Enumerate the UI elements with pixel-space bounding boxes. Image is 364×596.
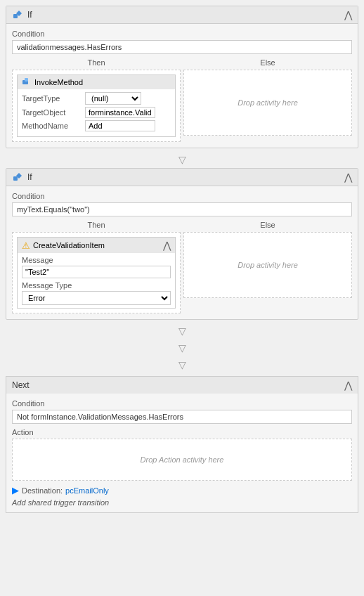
invoke-row-targetobject: TargetObject <box>22 107 171 118</box>
if-body-1: Condition Then InvokeMethod <box>6 24 358 148</box>
if-title-2: If <box>27 172 32 182</box>
action-label: Action <box>12 428 352 436</box>
condition-label-2: Condition <box>12 192 352 200</box>
then-content-2: ⚠ CreateValidationItem ⋀ Message Message… <box>12 232 181 313</box>
connector-1: ▽ <box>6 151 358 168</box>
else-content-2: Drop activity here <box>183 232 352 298</box>
else-col-1: Else Drop activity here <box>183 58 352 142</box>
svg-rect-4 <box>13 176 18 181</box>
connector-3: ▽ <box>6 339 358 356</box>
then-else-row-1: Then InvokeMethod <box>12 58 352 142</box>
collapse-btn-next[interactable]: ⋀ <box>344 380 352 391</box>
then-content-1: InvokeMethod TargetType (null) <box>12 70 181 142</box>
invoke-select-targettype[interactable]: (null) <box>85 92 141 105</box>
next-condition-input[interactable] <box>12 410 352 424</box>
invoke-header: InvokeMethod <box>18 75 175 89</box>
invoke-row-methodname: MethodName <box>22 120 171 131</box>
action-drop-text: Drop Action activity here <box>141 455 224 464</box>
cv-message-label: Message <box>22 256 171 264</box>
then-label-1: Then <box>12 58 181 67</box>
destination-label: Destination: <box>22 486 63 495</box>
invoke-method-block: InvokeMethod TargetType (null) <box>17 74 176 137</box>
if-block-2: If ⋀ Condition Then ⚠ CreateValid <box>6 168 358 320</box>
else-drop-zone-1: Drop activity here <box>188 74 347 131</box>
add-shared-trigger[interactable]: Add shared trigger transition <box>12 498 352 507</box>
invoke-label-targetobject: TargetObject <box>22 108 85 117</box>
create-validation-block: ⚠ CreateValidationItem ⋀ Message Message… <box>17 237 176 309</box>
invoke-input-methodname[interactable] <box>85 120 155 131</box>
cv-messagetype-select[interactable]: Error Warning Info <box>22 291 171 305</box>
if-icon-2 <box>12 171 23 183</box>
invoke-label-methodname: MethodName <box>22 122 85 130</box>
main-container: If ⋀ Condition Then <box>0 0 364 519</box>
condition-label-1: Condition <box>12 30 352 38</box>
invoke-icon <box>22 77 32 87</box>
create-validation-body: Message Message Type Error Warning Info <box>18 253 175 308</box>
destination-arrow-icon: ▶ <box>12 485 19 495</box>
else-drop-zone-2: Drop activity here <box>188 237 347 293</box>
else-drop-text-1: Drop activity here <box>238 98 298 107</box>
invoke-row-targettype: TargetType (null) <box>22 92 171 105</box>
then-label-2: Then <box>12 221 181 229</box>
else-drop-text-2: Drop activity here <box>238 261 298 269</box>
svg-rect-3 <box>25 78 28 82</box>
svg-rect-0 <box>13 14 18 18</box>
invoke-title: InvokeMethod <box>34 78 83 86</box>
cv-messagetype-label: Message Type <box>22 281 171 290</box>
warning-icon: ⚠ <box>22 240 30 251</box>
next-header: Next ⋀ <box>6 377 358 394</box>
then-col-1: Then InvokeMethod <box>12 58 181 142</box>
if-header-2: If ⋀ <box>6 169 358 186</box>
collapse-btn-cv[interactable]: ⋀ <box>163 240 171 251</box>
condition-input-1[interactable] <box>12 40 352 54</box>
if-icon-1 <box>12 9 23 20</box>
create-validation-title: CreateValidationItem <box>33 241 105 250</box>
if-block-1: If ⋀ Condition Then <box>6 6 358 148</box>
else-label-1: Else <box>183 58 352 67</box>
then-else-row-2: Then ⚠ CreateValidationItem ⋀ <box>12 221 352 313</box>
next-title: Next <box>12 380 30 390</box>
destination-row: ▶ Destination: pcEmailOnly <box>12 485 352 495</box>
action-drop-zone: Drop Action activity here <box>12 439 352 481</box>
if-title-1: If <box>27 10 32 20</box>
collapse-btn-2[interactable]: ⋀ <box>344 171 352 183</box>
connector-2: ▽ <box>6 323 358 339</box>
connector-4: ▽ <box>6 356 358 373</box>
invoke-label-targettype: TargetType <box>22 94 85 103</box>
create-validation-header: ⚠ CreateValidationItem ⋀ <box>18 238 175 253</box>
else-label-2: Else <box>183 221 352 229</box>
condition-input-2[interactable] <box>12 202 352 216</box>
next-condition-label: Condition <box>12 399 352 408</box>
else-col-2: Else Drop activity here <box>183 221 352 313</box>
if-body-2: Condition Then ⚠ CreateValidationItem <box>6 186 358 319</box>
next-body: Condition Action Drop Action activity he… <box>6 394 358 512</box>
then-col-2: Then ⚠ CreateValidationItem ⋀ <box>12 221 181 313</box>
cv-message-input[interactable] <box>22 266 171 278</box>
destination-link[interactable]: pcEmailOnly <box>65 486 109 495</box>
next-block: Next ⋀ Condition Action Drop Action acti… <box>6 376 358 513</box>
collapse-btn-1[interactable]: ⋀ <box>344 9 352 20</box>
if-header-1: If ⋀ <box>6 6 358 24</box>
invoke-body: TargetType (null) TargetObject <box>18 89 175 136</box>
invoke-input-targetobject[interactable] <box>85 107 155 118</box>
else-content-1: Drop activity here <box>183 70 352 136</box>
